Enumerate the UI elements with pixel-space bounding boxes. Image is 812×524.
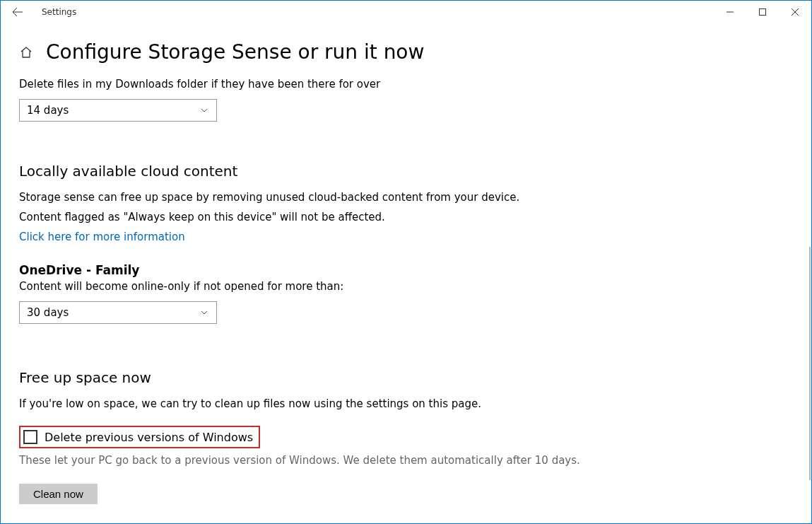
minimize-button[interactable]	[714, 1, 746, 23]
cloud-line1: Storage sense can free up space by remov…	[19, 191, 793, 204]
cloud-info-link[interactable]: Click here for more information	[19, 231, 793, 243]
cloud-line2: Content flagged as "Always keep on this …	[19, 211, 793, 223]
free-heading: Free up space now	[19, 369, 793, 386]
close-button[interactable]	[779, 1, 811, 23]
onedrive-dropdown[interactable]: 30 days	[19, 301, 217, 324]
maximize-icon	[759, 8, 766, 16]
page-header: Configure Storage Sense or run it now	[19, 40, 793, 64]
maximize-button[interactable]	[746, 1, 779, 23]
back-arrow-icon	[12, 6, 23, 18]
home-icon[interactable]	[19, 45, 33, 59]
downloads-dropdown[interactable]: 14 days	[19, 99, 217, 122]
cloud-heading: Locally available cloud content	[19, 163, 793, 180]
minimize-icon	[726, 8, 734, 16]
checkbox-label: Delete previous versions of Windows	[45, 431, 253, 444]
window-title: Settings	[42, 7, 76, 17]
free-help-text: These let your PC go back to a previous …	[19, 454, 793, 467]
free-desc: If you're low on space, we can try to cl…	[19, 397, 793, 410]
back-button[interactable]	[6, 1, 29, 23]
onedrive-dropdown-value: 30 days	[27, 306, 69, 319]
page-content: Configure Storage Sense or run it now De…	[1, 23, 811, 523]
onedrive-subheading: OneDrive - Family	[19, 263, 793, 277]
downloads-label: Delete files in my Downloads folder if t…	[19, 78, 793, 91]
checkbox-box-icon	[23, 430, 37, 444]
clean-now-button[interactable]: Clean now	[19, 484, 98, 504]
close-icon	[792, 8, 799, 16]
svg-rect-0	[760, 9, 766, 16]
window-controls	[714, 1, 811, 23]
delete-previous-versions-checkbox[interactable]: Delete previous versions of Windows	[19, 426, 260, 448]
scrollbar-thumb[interactable]	[809, 247, 811, 480]
chevron-down-icon	[199, 105, 209, 115]
downloads-dropdown-value: 14 days	[27, 104, 69, 117]
settings-window: Settings Configure Storage Sen	[0, 0, 812, 524]
onedrive-desc: Content will become online-only if not o…	[19, 280, 793, 293]
title-bar: Settings	[1, 1, 811, 23]
page-title: Configure Storage Sense or run it now	[46, 40, 424, 64]
chevron-down-icon	[199, 308, 209, 318]
